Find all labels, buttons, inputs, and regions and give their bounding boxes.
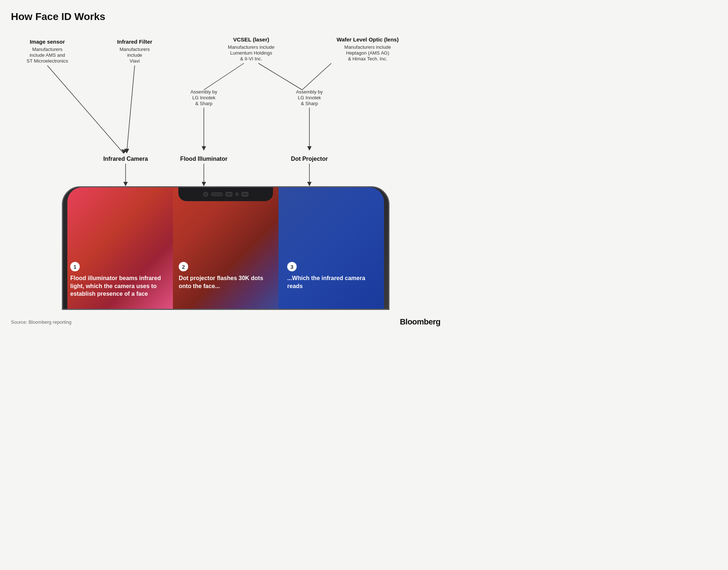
iphone-notch [178,187,273,201]
screen-text-2: Dot projector flashes 30K dots onto the … [179,274,273,290]
arrow-flood-head [202,182,206,186]
image-sensor-desc3: ST Microelectronics [27,58,68,64]
page-title: How Face ID Works [11,11,440,23]
dot-projector-label: Dot Projector [291,156,328,162]
notch-square-2 [242,192,248,196]
arrow-dot-head [307,182,312,186]
wafer-left-line [302,63,331,90]
iphone-side-right [388,224,389,246]
vcsel-desc2: Lumentum Holdings [230,50,272,56]
source-text: Source: Bloomberg reporting [11,319,71,325]
notch-sensor [211,192,223,196]
flood-assembly-head [202,146,206,151]
screen-text-section-3: 3 ...Which the infrared camera reads [280,262,388,298]
dot-assembly-2: LG Innotek [298,95,321,100]
bloomberg-logo: Bloomberg [400,317,440,327]
arrow-infrared-filter [127,65,135,153]
image-sensor-desc1: Manufacturers [32,47,63,52]
screen-text-section-2: 2 Dot projector flashes 30K dots onto th… [171,262,280,298]
iphone-body: 1 Flood illuminator beams infrared light… [62,186,389,310]
vcsel-right-line [258,63,302,90]
infrared-camera-label: Infrared Camera [103,156,148,162]
screen-number-3: 3 [287,262,297,271]
dot-assembly-1: Assembly by [296,89,323,95]
notch-square [226,192,232,196]
infrared-filter-desc1: Manufacturers [119,47,150,52]
flood-illuminator-label: Flood Illuminator [180,156,228,162]
wafer-title: Wafer Level Optic (lens) [337,36,399,43]
screen-number-2: 2 [179,262,188,271]
flood-assembly-3: & Sharp [195,101,213,106]
image-sensor-desc2: include AMS and [29,52,65,58]
vcsel-desc1: Manufacturers include [228,44,274,50]
wafer-desc1: Manufacturers include [344,44,391,50]
image-sensor-title: Image sensor [30,39,65,45]
screen-text: 1 Flood illuminator beams infrared light… [63,262,388,298]
iphone-side-left [62,216,63,231]
screen-text-section-1: 1 Flood illuminator beams infrared light… [63,262,171,298]
screen-text-3: ...Which the infrared camera reads [287,274,381,290]
vcsel-title: VCSEL (laser) [233,36,269,43]
flood-assembly-1: Assembly by [190,89,217,95]
wafer-desc3: & Himax Tech. Inc. [348,56,387,61]
notch-camera [203,192,208,197]
infrared-filter-desc2: include [127,52,142,58]
dot-assembly-3: & Sharp [301,101,318,106]
wafer-desc2: Heptagon (AMS AG) [346,50,389,56]
screen-text-1: Flood illuminator beams infrared light, … [70,274,164,298]
iphone-container: 1 Flood illuminator beams infrared light… [11,186,440,310]
arrow-image-sensor [47,65,124,154]
footer: Source: Bloomberg reporting Bloomberg [11,314,440,327]
infrared-filter-title: Infrared Filter [117,39,153,45]
notch-dot [235,192,239,196]
flood-assembly-2: LG Innotek [192,95,215,100]
infrared-filter-desc3: Viavi [130,58,140,64]
dot-assembly-head [307,146,312,151]
screen-number-1: 1 [70,262,80,271]
arrow-infrared-cam-head [123,182,128,186]
vcsel-desc3: & II-VI Inc. [240,56,262,61]
vcsel-left-line [204,63,244,90]
